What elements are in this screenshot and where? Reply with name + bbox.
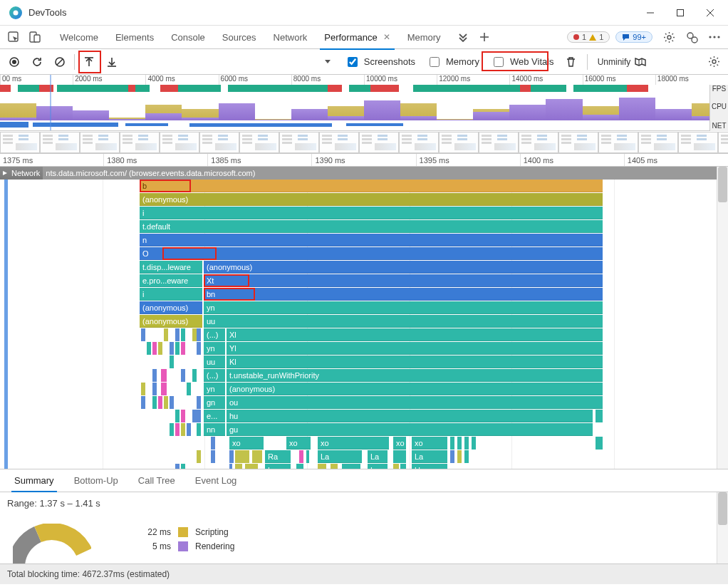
save-profile-button[interactable] <box>102 52 122 72</box>
screenshot-frame[interactable] <box>239 132 279 153</box>
close-tab-icon[interactable]: ✕ <box>383 32 390 42</box>
frame-bar[interactable]: xo <box>286 437 311 450</box>
frame-bar[interactable]: (anonymous) <box>140 315 202 328</box>
close-button[interactable] <box>695 1 725 24</box>
webvitals-checkbox[interactable]: Web Vitals <box>491 55 554 69</box>
overflow-icon[interactable] <box>704 26 725 48</box>
more-tabs-icon[interactable] <box>452 26 474 48</box>
frame-bar[interactable]: nn <box>204 423 225 436</box>
screenshot-frame[interactable] <box>80 132 120 153</box>
screenshot-frame[interactable] <box>638 132 678 153</box>
screenshot-frame[interactable] <box>399 132 439 153</box>
maximize-button[interactable] <box>665 1 695 24</box>
unminify-button[interactable]: Unminify <box>593 57 651 67</box>
frame-bar[interactable]: Ra <box>265 450 291 463</box>
screenshot-frame[interactable] <box>558 132 598 153</box>
issues-counter[interactable]: 1 1 <box>567 31 610 43</box>
frame-bar[interactable]: ou <box>227 396 603 409</box>
screenshot-frame[interactable] <box>718 132 728 153</box>
flame-ruler[interactable]: 1375 ms1380 ms1385 ms1390 ms1395 ms1400 … <box>0 154 728 167</box>
frame-bar[interactable]: La <box>412 450 447 463</box>
screenshot-frame[interactable] <box>439 132 479 153</box>
garbage-collect-button[interactable] <box>561 52 581 72</box>
frame-bar[interactable]: uu <box>204 355 225 368</box>
screenshot-frame[interactable] <box>519 132 558 153</box>
tab-calltree[interactable]: Call Tree <box>128 469 185 492</box>
frame-bar[interactable]: yn <box>204 383 225 395</box>
frame-bar[interactable]: bn <box>204 288 603 301</box>
frame-bar[interactable]: Ua <box>412 464 447 469</box>
frame-bar[interactable]: Xl <box>227 328 603 341</box>
tab-network[interactable]: Network <box>265 26 316 49</box>
inspect-icon[interactable] <box>3 26 24 48</box>
screenshot-frame[interactable] <box>319 132 359 153</box>
device-toggle-icon[interactable] <box>24 26 46 48</box>
tab-bottomup[interactable]: Bottom-Up <box>64 469 128 492</box>
settings-icon[interactable] <box>658 26 680 48</box>
info-counter[interactable]: 99+ <box>615 31 652 43</box>
frame-bar[interactable]: e.pro...eware <box>140 274 202 287</box>
frame-bar[interactable]: xo <box>412 437 447 450</box>
summary-scrollbar[interactable] <box>717 492 728 563</box>
frame-bar[interactable]: yn <box>204 342 225 355</box>
frame-bar[interactable]: t.default <box>140 220 603 233</box>
tab-console[interactable]: Console <box>162 26 214 49</box>
frame-bar[interactable]: gu <box>227 423 593 436</box>
frame-bar[interactable]: (anonymous) <box>204 261 603 274</box>
frame-bar[interactable]: t.disp...leware <box>140 261 202 274</box>
flame-scrollbar[interactable] <box>717 167 728 469</box>
frame-bar[interactable]: (anonymous) <box>140 193 603 206</box>
screenshot-filmstrip[interactable] <box>0 131 728 154</box>
tab-summary[interactable]: Summary <box>4 469 64 492</box>
screenshot-frame[interactable] <box>359 132 399 153</box>
frame-bar[interactable]: La <box>318 450 362 463</box>
record-button[interactable] <box>4 52 24 72</box>
frame-bar[interactable]: i <box>140 288 202 301</box>
frame-bar[interactable]: i <box>140 207 603 219</box>
frame-bar[interactable]: b <box>140 180 603 192</box>
frame-bar[interactable]: Yl <box>227 342 603 355</box>
frame-bar[interactable]: La <box>368 450 388 463</box>
overview-timeline[interactable]: 00 ms2000 ms4000 ms6000 ms8000 ms10000 m… <box>0 75 728 131</box>
screenshot-frame[interactable] <box>598 132 638 153</box>
screenshot-frame[interactable] <box>40 132 80 153</box>
capture-settings-icon[interactable] <box>704 52 724 72</box>
tab-welcome[interactable]: Welcome <box>51 26 107 49</box>
load-profile-button[interactable] <box>79 52 99 72</box>
frame-bar[interactable]: (...) <box>204 369 225 382</box>
frame-bar[interactable]: gn <box>204 396 225 409</box>
screenshot-frame[interactable] <box>199 132 239 153</box>
feedback-icon[interactable] <box>681 26 702 48</box>
profile-dropdown-icon[interactable] <box>318 52 338 72</box>
screenshot-frame[interactable] <box>279 132 319 153</box>
clear-button[interactable] <box>50 52 70 72</box>
frame-bar[interactable]: t.unstable_runWithPriority <box>227 369 603 382</box>
tab-memory[interactable]: Memory <box>399 26 449 49</box>
screenshots-checkbox[interactable]: Screenshots <box>345 55 415 69</box>
frame-bar[interactable]: xo <box>229 437 264 450</box>
screenshot-frame[interactable] <box>678 132 718 153</box>
frame-bar[interactable]: Xt <box>204 274 603 287</box>
frame-bar[interactable]: hu <box>227 410 593 422</box>
frame-bar[interactable]: (...) <box>204 328 225 341</box>
screenshot-frame[interactable] <box>479 132 519 153</box>
frame-bar[interactable]: (anonymous) <box>227 383 603 395</box>
minimize-button[interactable] <box>635 1 665 24</box>
frame-bar[interactable]: yn <box>204 301 603 314</box>
frame-bar[interactable]: (anonymous) <box>140 301 202 314</box>
screenshot-frame[interactable] <box>160 132 199 153</box>
network-track-header[interactable]: Network nts.data.microsoft.com/ (browser… <box>0 167 728 180</box>
expand-icon[interactable] <box>1 170 9 177</box>
tab-eventlog[interactable]: Event Log <box>185 469 247 492</box>
screenshot-frame[interactable] <box>120 132 160 153</box>
new-tab-icon[interactable] <box>474 26 495 48</box>
frame-bar[interactable]: e... <box>204 410 225 422</box>
frame-bar[interactable]: uu <box>204 315 603 328</box>
frame-bar[interactable]: Kl <box>227 355 603 368</box>
frame-bar[interactable]: xo <box>393 437 406 450</box>
reload-record-button[interactable] <box>27 52 47 72</box>
tab-elements[interactable]: Elements <box>107 26 162 49</box>
frame-bar[interactable]: xo <box>318 437 389 450</box>
frame-bar[interactable]: La <box>368 464 388 469</box>
memory-checkbox[interactable]: Memory <box>427 55 479 69</box>
